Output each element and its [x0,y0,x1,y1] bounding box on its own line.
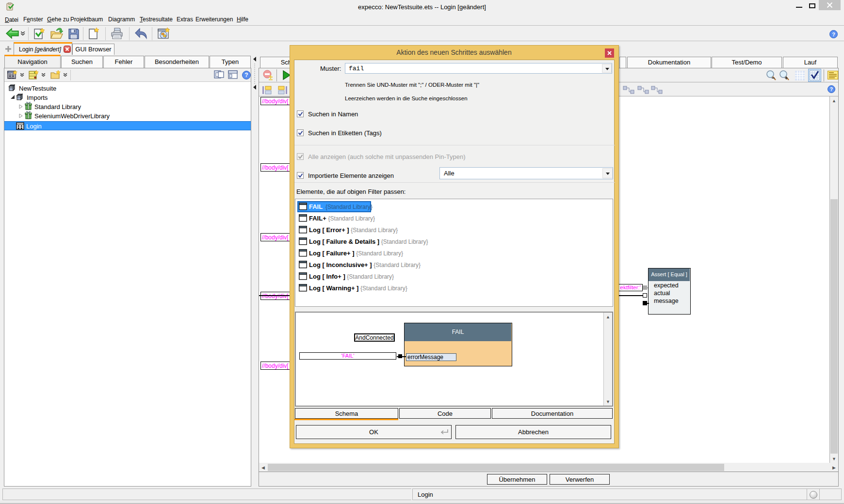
svg-text:?: ? [830,86,833,92]
svg-text:?: ? [832,32,835,37]
svg-text:?: ? [244,72,248,79]
